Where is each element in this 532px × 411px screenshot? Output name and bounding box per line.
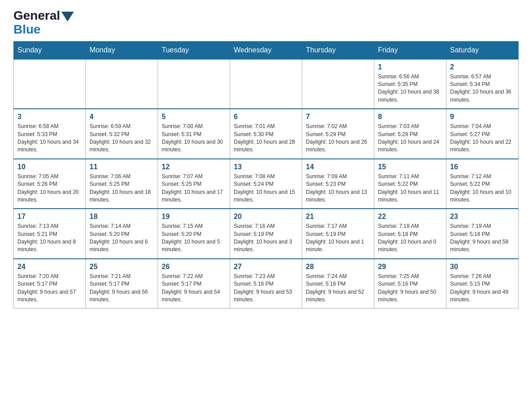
day-number: 9 (450, 113, 515, 121)
day-info: Sunrise: 6:58 AM Sunset: 5:33 PM Dayligh… (17, 123, 82, 154)
calendar-cell: 4Sunrise: 6:59 AM Sunset: 5:32 PM Daylig… (86, 109, 158, 159)
day-info: Sunrise: 7:26 AM Sunset: 5:15 PM Dayligh… (450, 273, 515, 304)
day-info: Sunrise: 7:21 AM Sunset: 5:17 PM Dayligh… (90, 273, 154, 304)
calendar-cell: 17Sunrise: 7:13 AM Sunset: 5:21 PM Dayli… (14, 209, 86, 259)
day-info: Sunrise: 7:07 AM Sunset: 5:25 PM Dayligh… (162, 173, 226, 204)
day-number: 12 (162, 163, 226, 171)
header-cell-wednesday: Wednesday (230, 41, 302, 59)
calendar-cell (158, 59, 230, 109)
calendar-cell (86, 59, 158, 109)
day-info: Sunrise: 7:17 AM Sunset: 5:19 PM Dayligh… (306, 223, 370, 254)
day-number: 19 (162, 213, 226, 221)
day-info: Sunrise: 7:00 AM Sunset: 5:31 PM Dayligh… (162, 123, 226, 154)
day-number: 6 (234, 113, 298, 121)
calendar-cell: 24Sunrise: 7:20 AM Sunset: 5:17 PM Dayli… (14, 259, 86, 308)
calendar-body: 1Sunrise: 6:56 AM Sunset: 5:35 PM Daylig… (14, 59, 519, 308)
day-info: Sunrise: 7:01 AM Sunset: 5:30 PM Dayligh… (234, 123, 298, 154)
calendar-cell: 13Sunrise: 7:08 AM Sunset: 5:24 PM Dayli… (230, 159, 302, 209)
day-number: 13 (234, 163, 298, 171)
day-info: Sunrise: 7:20 AM Sunset: 5:17 PM Dayligh… (17, 273, 82, 304)
day-number: 3 (17, 113, 82, 121)
day-info: Sunrise: 7:13 AM Sunset: 5:21 PM Dayligh… (17, 223, 82, 254)
day-info: Sunrise: 7:09 AM Sunset: 5:23 PM Dayligh… (306, 173, 370, 204)
calendar-cell: 27Sunrise: 7:23 AM Sunset: 5:16 PM Dayli… (230, 259, 302, 308)
day-number: 1 (378, 63, 442, 71)
day-number: 20 (234, 213, 298, 221)
calendar-cell: 20Sunrise: 7:16 AM Sunset: 5:19 PM Dayli… (230, 209, 302, 259)
calendar-week-4: 17Sunrise: 7:13 AM Sunset: 5:21 PM Dayli… (14, 209, 519, 259)
day-number: 21 (306, 213, 370, 221)
day-number: 28 (306, 263, 370, 271)
day-info: Sunrise: 7:11 AM Sunset: 5:22 PM Dayligh… (378, 173, 442, 204)
day-number: 5 (162, 113, 226, 121)
calendar-cell: 23Sunrise: 7:19 AM Sunset: 5:18 PM Dayli… (446, 209, 519, 259)
day-number: 22 (378, 213, 442, 221)
calendar-cell: 21Sunrise: 7:17 AM Sunset: 5:19 PM Dayli… (302, 209, 374, 259)
day-info: Sunrise: 6:59 AM Sunset: 5:32 PM Dayligh… (90, 123, 154, 154)
day-number: 14 (306, 163, 370, 171)
day-info: Sunrise: 7:19 AM Sunset: 5:18 PM Dayligh… (450, 223, 515, 254)
day-info: Sunrise: 7:08 AM Sunset: 5:24 PM Dayligh… (234, 173, 298, 204)
calendar-cell: 12Sunrise: 7:07 AM Sunset: 5:25 PM Dayli… (158, 159, 230, 209)
header-cell-monday: Monday (86, 41, 158, 59)
day-info: Sunrise: 6:56 AM Sunset: 5:35 PM Dayligh… (378, 73, 442, 104)
logo-triangle-icon (61, 12, 74, 21)
calendar-cell: 22Sunrise: 7:18 AM Sunset: 5:18 PM Dayli… (374, 209, 446, 259)
day-info: Sunrise: 7:03 AM Sunset: 5:28 PM Dayligh… (378, 123, 442, 154)
day-number: 8 (378, 113, 442, 121)
calendar-cell: 16Sunrise: 7:12 AM Sunset: 5:22 PM Dayli… (446, 159, 519, 209)
day-number: 27 (234, 263, 298, 271)
day-info: Sunrise: 7:04 AM Sunset: 5:27 PM Dayligh… (450, 123, 515, 154)
day-number: 30 (450, 263, 515, 271)
day-info: Sunrise: 7:16 AM Sunset: 5:19 PM Dayligh… (234, 223, 298, 254)
calendar-week-3: 10Sunrise: 7:05 AM Sunset: 5:26 PM Dayli… (14, 159, 519, 209)
calendar-cell: 6Sunrise: 7:01 AM Sunset: 5:30 PM Daylig… (230, 109, 302, 159)
calendar-cell: 10Sunrise: 7:05 AM Sunset: 5:26 PM Dayli… (14, 159, 86, 209)
header-cell-thursday: Thursday (302, 41, 374, 59)
calendar-cell: 30Sunrise: 7:26 AM Sunset: 5:15 PM Dayli… (446, 259, 519, 308)
day-info: Sunrise: 7:15 AM Sunset: 5:20 PM Dayligh… (162, 223, 226, 254)
day-number: 17 (17, 213, 82, 221)
calendar-table: SundayMondayTuesdayWednesdayThursdayFrid… (13, 41, 519, 309)
day-info: Sunrise: 7:14 AM Sunset: 5:20 PM Dayligh… (90, 223, 154, 254)
header-cell-tuesday: Tuesday (158, 41, 230, 59)
day-info: Sunrise: 7:22 AM Sunset: 5:17 PM Dayligh… (162, 273, 226, 304)
calendar-cell: 5Sunrise: 7:00 AM Sunset: 5:31 PM Daylig… (158, 109, 230, 159)
calendar-cell: 14Sunrise: 7:09 AM Sunset: 5:23 PM Dayli… (302, 159, 374, 209)
calendar-week-5: 24Sunrise: 7:20 AM Sunset: 5:17 PM Dayli… (14, 259, 519, 308)
day-number: 29 (378, 263, 442, 271)
page-header: General Blue (13, 9, 519, 37)
calendar-cell (230, 59, 302, 109)
calendar-cell: 29Sunrise: 7:25 AM Sunset: 5:16 PM Dayli… (374, 259, 446, 308)
day-number: 26 (162, 263, 226, 271)
calendar-cell: 8Sunrise: 7:03 AM Sunset: 5:28 PM Daylig… (374, 109, 446, 159)
day-number: 18 (90, 213, 154, 221)
day-number: 25 (90, 263, 154, 271)
calendar-cell: 19Sunrise: 7:15 AM Sunset: 5:20 PM Dayli… (158, 209, 230, 259)
calendar-cell: 11Sunrise: 7:06 AM Sunset: 5:25 PM Dayli… (86, 159, 158, 209)
calendar-cell: 15Sunrise: 7:11 AM Sunset: 5:22 PM Dayli… (374, 159, 446, 209)
header-cell-saturday: Saturday (446, 41, 519, 59)
calendar-header: SundayMondayTuesdayWednesdayThursdayFrid… (14, 41, 519, 59)
day-number: 2 (450, 63, 515, 71)
day-number: 16 (450, 163, 515, 171)
calendar-cell: 2Sunrise: 6:57 AM Sunset: 5:34 PM Daylig… (446, 59, 519, 109)
logo: General Blue (13, 9, 74, 37)
day-number: 24 (17, 263, 82, 271)
calendar-cell: 25Sunrise: 7:21 AM Sunset: 5:17 PM Dayli… (86, 259, 158, 308)
day-info: Sunrise: 7:05 AM Sunset: 5:26 PM Dayligh… (17, 173, 82, 204)
calendar-week-2: 3Sunrise: 6:58 AM Sunset: 5:33 PM Daylig… (14, 109, 519, 159)
day-number: 4 (90, 113, 154, 121)
logo-blue-text: Blue (13, 23, 74, 37)
day-info: Sunrise: 7:02 AM Sunset: 5:29 PM Dayligh… (306, 123, 370, 154)
calendar-cell: 28Sunrise: 7:24 AM Sunset: 5:16 PM Dayli… (302, 259, 374, 308)
day-info: Sunrise: 7:24 AM Sunset: 5:16 PM Dayligh… (306, 273, 370, 304)
day-info: Sunrise: 7:23 AM Sunset: 5:16 PM Dayligh… (234, 273, 298, 304)
calendar-cell: 26Sunrise: 7:22 AM Sunset: 5:17 PM Dayli… (158, 259, 230, 308)
calendar-week-1: 1Sunrise: 6:56 AM Sunset: 5:35 PM Daylig… (14, 59, 519, 109)
day-number: 23 (450, 213, 515, 221)
calendar-cell: 18Sunrise: 7:14 AM Sunset: 5:20 PM Dayli… (86, 209, 158, 259)
calendar-cell (302, 59, 374, 109)
header-cell-friday: Friday (374, 41, 446, 59)
day-info: Sunrise: 7:18 AM Sunset: 5:18 PM Dayligh… (378, 223, 442, 254)
